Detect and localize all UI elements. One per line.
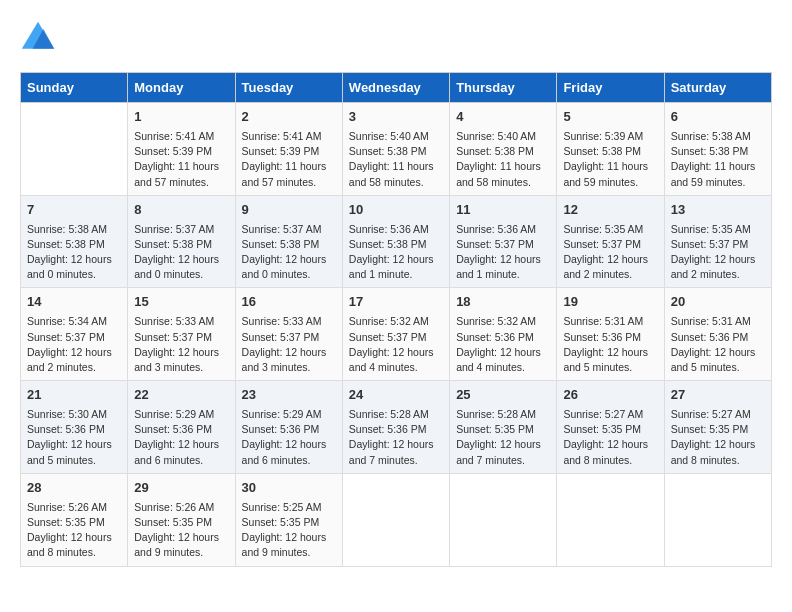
calendar-cell: 28Sunrise: 5:26 AMSunset: 5:35 PMDayligh… — [21, 473, 128, 566]
day-number: 2 — [242, 108, 336, 127]
calendar-table: SundayMondayTuesdayWednesdayThursdayFrid… — [20, 72, 772, 567]
day-number: 14 — [27, 293, 121, 312]
col-header-thursday: Thursday — [450, 73, 557, 103]
calendar-cell: 6Sunrise: 5:38 AMSunset: 5:38 PMDaylight… — [664, 103, 771, 196]
day-number: 15 — [134, 293, 228, 312]
day-number: 28 — [27, 479, 121, 498]
day-number: 10 — [349, 201, 443, 220]
col-header-monday: Monday — [128, 73, 235, 103]
calendar-cell: 4Sunrise: 5:40 AMSunset: 5:38 PMDaylight… — [450, 103, 557, 196]
calendar-cell: 11Sunrise: 5:36 AMSunset: 5:37 PMDayligh… — [450, 195, 557, 288]
logo-icon — [20, 20, 56, 56]
day-number: 4 — [456, 108, 550, 127]
day-number: 26 — [563, 386, 657, 405]
calendar-cell: 20Sunrise: 5:31 AMSunset: 5:36 PMDayligh… — [664, 288, 771, 381]
day-number: 23 — [242, 386, 336, 405]
calendar-cell: 29Sunrise: 5:26 AMSunset: 5:35 PMDayligh… — [128, 473, 235, 566]
day-number: 18 — [456, 293, 550, 312]
day-number: 30 — [242, 479, 336, 498]
day-number: 3 — [349, 108, 443, 127]
day-number: 5 — [563, 108, 657, 127]
col-header-friday: Friday — [557, 73, 664, 103]
day-number: 6 — [671, 108, 765, 127]
col-header-saturday: Saturday — [664, 73, 771, 103]
calendar-cell: 26Sunrise: 5:27 AMSunset: 5:35 PMDayligh… — [557, 381, 664, 474]
calendar-cell: 8Sunrise: 5:37 AMSunset: 5:38 PMDaylight… — [128, 195, 235, 288]
col-header-tuesday: Tuesday — [235, 73, 342, 103]
calendar-cell: 9Sunrise: 5:37 AMSunset: 5:38 PMDaylight… — [235, 195, 342, 288]
calendar-cell: 5Sunrise: 5:39 AMSunset: 5:38 PMDaylight… — [557, 103, 664, 196]
day-number: 21 — [27, 386, 121, 405]
calendar-cell: 3Sunrise: 5:40 AMSunset: 5:38 PMDaylight… — [342, 103, 449, 196]
calendar-cell: 22Sunrise: 5:29 AMSunset: 5:36 PMDayligh… — [128, 381, 235, 474]
day-number: 1 — [134, 108, 228, 127]
day-number: 29 — [134, 479, 228, 498]
day-number: 22 — [134, 386, 228, 405]
calendar-week-3: 14Sunrise: 5:34 AMSunset: 5:37 PMDayligh… — [21, 288, 772, 381]
day-number: 27 — [671, 386, 765, 405]
calendar-header-row: SundayMondayTuesdayWednesdayThursdayFrid… — [21, 73, 772, 103]
calendar-cell: 14Sunrise: 5:34 AMSunset: 5:37 PMDayligh… — [21, 288, 128, 381]
calendar-cell: 27Sunrise: 5:27 AMSunset: 5:35 PMDayligh… — [664, 381, 771, 474]
page-header — [20, 20, 772, 56]
day-number: 17 — [349, 293, 443, 312]
calendar-week-5: 28Sunrise: 5:26 AMSunset: 5:35 PMDayligh… — [21, 473, 772, 566]
day-number: 25 — [456, 386, 550, 405]
day-number: 7 — [27, 201, 121, 220]
day-number: 20 — [671, 293, 765, 312]
calendar-cell — [21, 103, 128, 196]
calendar-cell: 15Sunrise: 5:33 AMSunset: 5:37 PMDayligh… — [128, 288, 235, 381]
calendar-cell: 23Sunrise: 5:29 AMSunset: 5:36 PMDayligh… — [235, 381, 342, 474]
day-number: 8 — [134, 201, 228, 220]
calendar-cell: 7Sunrise: 5:38 AMSunset: 5:38 PMDaylight… — [21, 195, 128, 288]
calendar-cell: 18Sunrise: 5:32 AMSunset: 5:36 PMDayligh… — [450, 288, 557, 381]
calendar-cell — [664, 473, 771, 566]
day-number: 11 — [456, 201, 550, 220]
day-number: 19 — [563, 293, 657, 312]
day-number: 9 — [242, 201, 336, 220]
calendar-cell: 25Sunrise: 5:28 AMSunset: 5:35 PMDayligh… — [450, 381, 557, 474]
calendar-cell: 21Sunrise: 5:30 AMSunset: 5:36 PMDayligh… — [21, 381, 128, 474]
calendar-cell — [450, 473, 557, 566]
calendar-cell — [342, 473, 449, 566]
day-number: 13 — [671, 201, 765, 220]
day-number: 12 — [563, 201, 657, 220]
calendar-cell: 19Sunrise: 5:31 AMSunset: 5:36 PMDayligh… — [557, 288, 664, 381]
day-number: 16 — [242, 293, 336, 312]
logo — [20, 20, 60, 56]
calendar-cell: 17Sunrise: 5:32 AMSunset: 5:37 PMDayligh… — [342, 288, 449, 381]
calendar-cell: 2Sunrise: 5:41 AMSunset: 5:39 PMDaylight… — [235, 103, 342, 196]
calendar-cell: 1Sunrise: 5:41 AMSunset: 5:39 PMDaylight… — [128, 103, 235, 196]
calendar-week-1: 1Sunrise: 5:41 AMSunset: 5:39 PMDaylight… — [21, 103, 772, 196]
calendar-week-4: 21Sunrise: 5:30 AMSunset: 5:36 PMDayligh… — [21, 381, 772, 474]
calendar-cell: 30Sunrise: 5:25 AMSunset: 5:35 PMDayligh… — [235, 473, 342, 566]
calendar-cell: 24Sunrise: 5:28 AMSunset: 5:36 PMDayligh… — [342, 381, 449, 474]
calendar-cell — [557, 473, 664, 566]
calendar-week-2: 7Sunrise: 5:38 AMSunset: 5:38 PMDaylight… — [21, 195, 772, 288]
calendar-cell: 13Sunrise: 5:35 AMSunset: 5:37 PMDayligh… — [664, 195, 771, 288]
col-header-wednesday: Wednesday — [342, 73, 449, 103]
calendar-cell: 16Sunrise: 5:33 AMSunset: 5:37 PMDayligh… — [235, 288, 342, 381]
calendar-cell: 10Sunrise: 5:36 AMSunset: 5:38 PMDayligh… — [342, 195, 449, 288]
col-header-sunday: Sunday — [21, 73, 128, 103]
calendar-cell: 12Sunrise: 5:35 AMSunset: 5:37 PMDayligh… — [557, 195, 664, 288]
day-number: 24 — [349, 386, 443, 405]
